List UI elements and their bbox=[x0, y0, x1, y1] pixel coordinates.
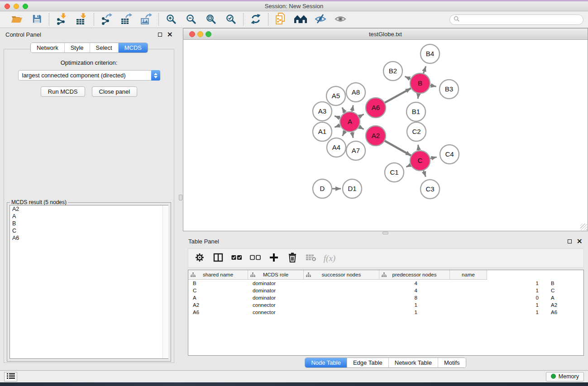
mcds-result-item[interactable]: B bbox=[10, 220, 168, 227]
graph-edge-C-C1[interactable] bbox=[406, 165, 411, 167]
graph-node-B2[interactable]: B2 bbox=[383, 62, 402, 81]
export-image-button[interactable] bbox=[138, 13, 155, 26]
float-table-panel-icon[interactable] bbox=[568, 239, 572, 243]
table-row[interactable]: A6connector11A6 bbox=[188, 309, 583, 316]
graph-edge-C-C4[interactable] bbox=[430, 157, 436, 158]
column-header-successor-nodes[interactable]: successor nodes bbox=[304, 270, 379, 280]
tab-network-table[interactable]: Network Table bbox=[388, 358, 438, 367]
apply-layout-button[interactable] bbox=[247, 13, 264, 26]
mcds-result-item[interactable]: A bbox=[10, 213, 168, 220]
column-header-shared-name[interactable]: shared name bbox=[188, 270, 248, 280]
graph-edge-B-B1[interactable] bbox=[418, 94, 419, 99]
close-table-panel-icon[interactable]: × bbox=[577, 239, 583, 243]
close-panel-button[interactable]: Close panel bbox=[92, 86, 138, 97]
graph-edge-A6-B[interactable] bbox=[385, 88, 411, 103]
tab-node-table[interactable]: Node Table bbox=[305, 358, 347, 367]
import-network-button[interactable] bbox=[53, 13, 70, 26]
graph-node-A3[interactable]: A3 bbox=[313, 102, 332, 121]
graph-node-D1[interactable]: D1 bbox=[343, 179, 362, 198]
export-table-button[interactable] bbox=[118, 13, 135, 26]
result-scrollbar[interactable] bbox=[163, 205, 168, 358]
table-row[interactable]: A2connector11A2 bbox=[188, 301, 583, 309]
minimize-window-button[interactable] bbox=[14, 4, 19, 9]
tab-motifs[interactable]: Motifs bbox=[438, 358, 466, 367]
graph-node-C3[interactable]: C3 bbox=[421, 180, 440, 199]
mcds-result-item[interactable]: C bbox=[10, 227, 168, 234]
network-maximize-button[interactable] bbox=[206, 31, 211, 37]
vertical-splitter-handle[interactable] bbox=[179, 195, 182, 200]
graph-node-C4[interactable]: C4 bbox=[440, 145, 459, 164]
horizontal-splitter-handle[interactable] bbox=[382, 232, 388, 234]
add-row-button[interactable] bbox=[267, 251, 281, 266]
table-row[interactable]: Cdominator41C bbox=[188, 287, 583, 294]
graph-node-A[interactable]: A bbox=[340, 112, 360, 132]
graph-node-A4[interactable]: A4 bbox=[327, 138, 346, 157]
graph-node-D[interactable]: D bbox=[313, 179, 332, 198]
table-row[interactable]: Bdominator41B bbox=[188, 280, 583, 287]
graph-edge-A2-C[interactable] bbox=[385, 141, 411, 155]
table-settings-button[interactable] bbox=[192, 251, 207, 266]
graph-node-A7[interactable]: A7 bbox=[346, 141, 365, 160]
first-neighbors-button[interactable] bbox=[292, 13, 309, 26]
graph-edge-A-A1[interactable] bbox=[335, 125, 340, 127]
graph-node-B3[interactable]: B3 bbox=[440, 80, 459, 99]
import-table-button[interactable] bbox=[73, 13, 90, 26]
close-window-button[interactable] bbox=[5, 4, 10, 9]
graph-node-A8[interactable]: A8 bbox=[346, 83, 365, 102]
close-panel-icon[interactable]: × bbox=[167, 32, 173, 37]
graph-edge-A-A6[interactable] bbox=[359, 114, 363, 117]
graph-node-B4[interactable]: B4 bbox=[421, 44, 440, 63]
tab-network[interactable]: Network bbox=[31, 43, 64, 52]
network-canvas[interactable]: AA1A2A3A4A5A6A7A8BB1B2B3B4CC1C2C3C4DD1 bbox=[183, 40, 588, 231]
table-row[interactable]: Adominator80A bbox=[188, 294, 583, 301]
graph-node-C2[interactable]: C2 bbox=[407, 122, 426, 141]
graph-node-C[interactable]: C bbox=[410, 151, 430, 171]
graph-node-B1[interactable]: B1 bbox=[406, 102, 425, 121]
network-minimize-button[interactable] bbox=[197, 31, 203, 37]
hide-selected-button[interactable] bbox=[312, 13, 329, 26]
zoom-in-button[interactable] bbox=[163, 13, 180, 26]
graph-node-B[interactable]: B bbox=[410, 73, 430, 93]
column-header-name[interactable]: name bbox=[450, 270, 487, 280]
column-header-predecessor-nodes[interactable]: predecessor nodes bbox=[379, 270, 450, 280]
show-columns-button[interactable] bbox=[211, 251, 225, 266]
delete-row-button[interactable] bbox=[285, 251, 300, 266]
graph-edge-C-C3[interactable] bbox=[424, 171, 426, 177]
graph-node-C1[interactable]: C1 bbox=[385, 163, 404, 182]
select-all-button[interactable] bbox=[229, 251, 244, 266]
network-close-button[interactable] bbox=[189, 31, 195, 37]
export-network-button[interactable] bbox=[98, 13, 115, 26]
mcds-result-item[interactable]: A2 bbox=[10, 205, 168, 213]
zoom-out-button[interactable] bbox=[182, 13, 200, 26]
mcds-result-item[interactable]: A6 bbox=[10, 234, 168, 242]
graph-node-A1[interactable]: A1 bbox=[313, 122, 332, 141]
graph-edge-A-A2[interactable] bbox=[359, 127, 363, 129]
window-resize-grip[interactable] bbox=[580, 224, 587, 230]
graph-edge-B-B4[interactable] bbox=[423, 66, 425, 73]
graph-edge-A-A8[interactable] bbox=[352, 105, 354, 111]
open-file-button[interactable] bbox=[8, 13, 25, 26]
zoom-selected-button[interactable] bbox=[222, 13, 239, 26]
graph-edge-B-B3[interactable] bbox=[430, 86, 436, 87]
column-header-mcds-role[interactable]: MCDS role bbox=[248, 270, 304, 280]
graph-node-A6[interactable]: A6 bbox=[366, 98, 386, 118]
graph-edge-A-A4[interactable] bbox=[343, 131, 345, 136]
show-all-button[interactable] bbox=[332, 13, 349, 26]
float-panel-icon[interactable] bbox=[158, 33, 162, 37]
memory-button[interactable]: Memory bbox=[546, 372, 584, 381]
tab-mcds[interactable]: MCDS bbox=[118, 43, 148, 52]
save-session-button[interactable] bbox=[28, 13, 45, 26]
tab-select[interactable]: Select bbox=[90, 43, 118, 52]
graph-edge-A-A3[interactable] bbox=[335, 116, 340, 118]
graph-edge-C-C2[interactable] bbox=[418, 145, 419, 150]
run-mcds-button[interactable]: Run MCDS bbox=[41, 86, 85, 97]
search-input[interactable] bbox=[462, 16, 579, 23]
tab-style[interactable]: Style bbox=[64, 43, 90, 52]
optimization-criterion-select[interactable]: largest connected component (directed) bbox=[18, 70, 160, 81]
deselect-all-button[interactable] bbox=[248, 251, 263, 266]
tab-edge-table[interactable]: Edge Table bbox=[347, 358, 388, 367]
task-history-button[interactable] bbox=[4, 372, 17, 381]
zoom-fit-button[interactable] bbox=[202, 13, 220, 26]
maximize-window-button[interactable] bbox=[23, 4, 28, 9]
graph-edge-A-A5[interactable] bbox=[342, 107, 345, 112]
